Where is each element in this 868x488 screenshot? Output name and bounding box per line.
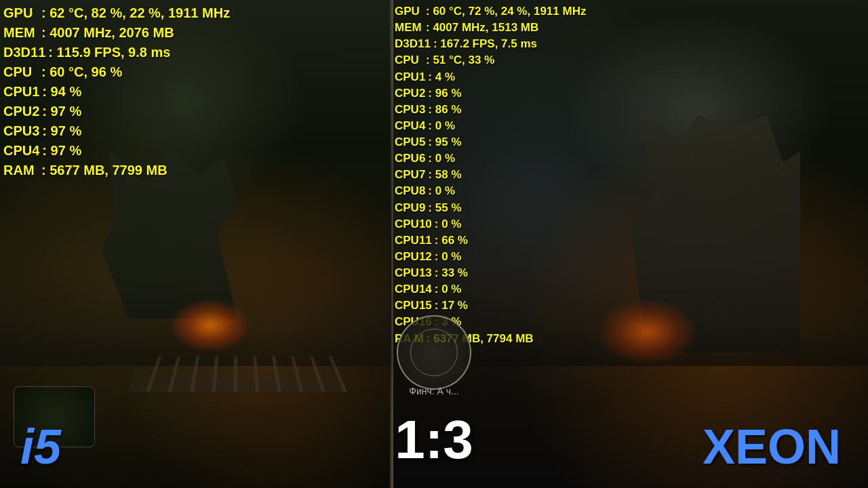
cpu4-row-right: CPU4 : 0 %	[395, 118, 586, 134]
cpu12-label-right: CPU12	[395, 249, 432, 265]
cpu13-label-right: CPU13	[395, 265, 432, 281]
compass-inner-ring	[410, 329, 458, 376]
cpu1-row-left: CPU1 : 94 %	[3, 82, 230, 102]
d3d11-value-left: : 115.9 FPS, 9.8 ms	[48, 43, 170, 62]
gpu-value-left: : 62 °C, 82 %, 22 %, 1911 MHz	[41, 3, 230, 23]
cpu10-label-right: CPU10	[395, 216, 432, 232]
cpu8-label-right: CPU8	[395, 183, 425, 199]
subtitle-text: Финч: А ч...	[409, 386, 458, 396]
ram-row-left: RAM : 5677 MB, 7799 MB	[3, 161, 230, 180]
cpu11-row-right: CPU11 : 66 %	[395, 232, 586, 249]
cpu11-label-right: CPU11	[395, 232, 432, 249]
gpu-value-right: : 60 °C, 72 %, 24 %, 1911 MHz	[426, 3, 586, 20]
fire-effect-left	[170, 298, 251, 352]
cpu1-label-left: CPU1	[3, 82, 39, 102]
cpu7-label-right: CPU7	[395, 167, 425, 183]
cpu3-label-left: CPU3	[3, 121, 39, 141]
cpu15-row-right: CPU15 : 17 %	[395, 298, 586, 314]
cpu14-row-right: CPU14 : 0 %	[395, 281, 586, 298]
fire-effect-right	[597, 298, 698, 366]
cpu3-value-right: : 86 %	[428, 102, 461, 118]
cpu-value-right: : 51 °C, 33 %	[426, 52, 494, 68]
processor-label-left: i5	[20, 419, 61, 474]
cpu2-row-right: CPU2 : 96 %	[395, 85, 586, 102]
cpu-label-right: CPU	[395, 52, 423, 68]
mem-row-right: MEM : 4007 MHz, 1513 MB	[395, 20, 586, 36]
cpu5-label-right: CPU5	[395, 134, 425, 150]
cpu6-label-right: CPU6	[395, 150, 425, 167]
cpu15-label-right: CPU15	[395, 298, 432, 314]
cpu2-label-left: CPU2	[3, 102, 39, 121]
cpu3-row-left: CPU3 : 97 %	[3, 121, 230, 141]
gpu-row-right: GPU : 60 °C, 72 %, 24 %, 1911 MHz	[395, 3, 586, 20]
cpu2-value-left: : 97 %	[42, 102, 81, 121]
d3d11-label-left: D3D11	[3, 43, 45, 62]
cpu11-value-right: : 66 %	[435, 232, 468, 249]
gpu-label-left: GPU	[3, 3, 39, 23]
cpu-row-left: CPU : 60 °C, 96 %	[3, 62, 230, 82]
cpu3-row-right: CPU3 : 86 %	[395, 102, 586, 118]
cpu6-value-right: : 0 %	[428, 150, 455, 167]
cpu4-value-left: : 97 %	[42, 141, 81, 161]
cpu10-row-right: CPU10 : 0 %	[395, 216, 586, 232]
cpu7-value-right: : 58 %	[428, 167, 461, 183]
cpu14-value-right: : 0 %	[435, 281, 462, 298]
cpu14-label-right: CPU14	[395, 281, 432, 298]
mem-row-left: MEM : 4007 MHz, 2076 MB	[3, 23, 230, 43]
cpu1-value-left: : 94 %	[42, 82, 81, 102]
cpu4-label-left: CPU4	[3, 141, 39, 161]
d3d11-row-left: D3D11 : 115.9 FPS, 9.8 ms	[3, 43, 230, 62]
cpu8-value-right: : 0 %	[428, 183, 455, 199]
cpu15-value-right: : 17 %	[435, 298, 468, 314]
gpu-label-right: GPU	[395, 3, 423, 20]
d3d11-row-right: D3D11 : 167.2 FPS, 7.5 ms	[395, 36, 586, 52]
cpu6-row-right: CPU6 : 0 %	[395, 150, 586, 167]
processor-label-right: XEON	[703, 419, 841, 474]
mem-value-left: : 4007 MHz, 2076 MB	[41, 23, 174, 43]
mem-label-right: MEM	[395, 20, 423, 36]
mem-value-right: : 4007 MHz, 1513 MB	[426, 20, 538, 36]
cpu9-label-right: CPU9	[395, 200, 425, 216]
cpu4-label-right: CPU4	[395, 118, 425, 134]
cpu9-row-right: CPU9 : 55 %	[395, 200, 586, 216]
cpu5-value-right: : 95 %	[428, 134, 461, 150]
cpu1-value-right: : 4 %	[428, 69, 455, 85]
cpu9-value-right: : 55 %	[428, 200, 461, 216]
cpu12-value-right: : 0 %	[435, 249, 462, 265]
cpu-row-right: CPU : 51 °C, 33 %	[395, 52, 586, 68]
cpu1-row-right: CPU1 : 4 %	[395, 69, 586, 85]
d3d11-label-right: D3D11	[395, 36, 431, 52]
cpu13-row-right: CPU13 : 33 %	[395, 265, 586, 281]
cpu13-value-right: : 33 %	[435, 265, 468, 281]
cpu8-row-right: CPU8 : 0 %	[395, 183, 586, 199]
cpu-label-left: CPU	[3, 62, 39, 82]
cpu3-value-left: : 97 %	[42, 121, 81, 141]
cpu2-value-right: : 96 %	[428, 85, 461, 102]
cpu10-value-right: : 0 %	[435, 216, 462, 232]
cpu7-row-right: CPU7 : 58 %	[395, 167, 586, 183]
hud-right-panel: GPU : 60 °C, 72 %, 24 %, 1911 MHz MEM : …	[395, 3, 586, 347]
cpu3-label-right: CPU3	[395, 102, 425, 118]
score-label: 1:3	[395, 409, 473, 471]
cpu4-value-right: : 0 %	[428, 118, 455, 134]
ram-value-left: : 5677 MB, 7799 MB	[41, 161, 167, 180]
cpu-value-left: : 60 °C, 96 %	[41, 62, 122, 82]
cpu12-row-right: CPU12 : 0 %	[395, 249, 586, 265]
panel-divider	[391, 0, 393, 488]
rail-tracks	[127, 357, 347, 392]
gpu-row-left: GPU : 62 °C, 82 %, 22 %, 1911 MHz	[3, 3, 230, 23]
cpu2-row-left: CPU2 : 97 %	[3, 102, 230, 121]
mem-label-left: MEM	[3, 23, 39, 43]
hud-left-panel: GPU : 62 °C, 82 %, 22 %, 1911 MHz MEM : …	[3, 3, 230, 180]
cpu4-row-left: CPU4 : 97 %	[3, 141, 230, 161]
cpu1-label-right: CPU1	[395, 69, 425, 85]
ram-label-left: RAM	[3, 161, 39, 180]
cpu2-label-right: CPU2	[395, 85, 425, 102]
d3d11-value-right: : 167.2 FPS, 7.5 ms	[433, 36, 537, 52]
cpu5-row-right: CPU5 : 95 %	[395, 134, 586, 150]
compass-widget	[397, 315, 471, 390]
